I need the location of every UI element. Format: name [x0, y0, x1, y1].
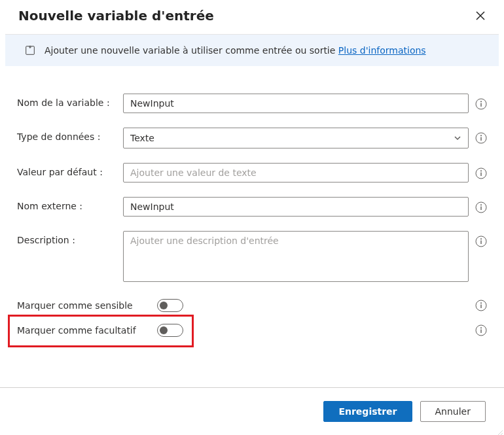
label-mark-optional: Marquer comme facultatif — [17, 325, 148, 336]
toggle-knob — [160, 326, 168, 334]
resize-handle-icon[interactable] — [496, 427, 503, 434]
info-icon-data-type[interactable] — [475, 132, 487, 144]
input-variable-dialog: Nouvelle variable d'entrée Ajouter une n… — [0, 0, 504, 435]
svg-point-20 — [480, 327, 482, 328]
dialog-title: Nouvelle variable d'entrée — [18, 8, 214, 24]
info-icon-external-name[interactable] — [475, 201, 487, 213]
svg-point-8 — [480, 170, 482, 171]
svg-rect-9 — [480, 173, 481, 177]
svg-rect-18 — [480, 305, 481, 309]
more-info-link[interactable]: Plus d'informations — [338, 45, 426, 56]
label-default-value: Valeur par défaut : — [17, 163, 123, 177]
info-icon-variable-name[interactable] — [475, 98, 487, 110]
io-variable-icon — [24, 44, 37, 57]
label-external-name: Nom externe : — [17, 197, 123, 211]
description-input[interactable] — [123, 231, 469, 282]
variable-name-input[interactable] — [123, 94, 469, 113]
data-type-select[interactable]: Texte — [123, 128, 469, 148]
label-mark-sensitive: Marquer comme sensible — [17, 300, 148, 311]
info-icon-default-value[interactable] — [475, 167, 487, 179]
label-data-type: Type de données : — [17, 128, 123, 142]
label-description: Description : — [17, 231, 123, 245]
default-value-input[interactable] — [123, 163, 469, 183]
svg-point-2 — [480, 101, 482, 102]
row-external-name: Nom externe : — [17, 197, 487, 217]
chevron-down-icon — [454, 134, 461, 142]
close-button[interactable] — [471, 7, 490, 25]
toggle-knob — [160, 302, 168, 309]
info-icon-description[interactable] — [475, 235, 487, 247]
info-message: Ajouter une nouvelle variable à utiliser… — [45, 45, 426, 56]
svg-rect-12 — [480, 207, 481, 211]
svg-rect-21 — [480, 330, 481, 334]
row-mark-sensitive: Marquer comme sensible — [17, 299, 487, 312]
row-description: Description : — [17, 231, 487, 285]
data-type-value: Texte — [130, 133, 154, 143]
row-mark-optional: Marquer comme facultatif — [17, 324, 487, 337]
row-variable-name: Nom de la variable : — [17, 94, 487, 113]
svg-point-17 — [480, 302, 482, 304]
form-body: Nom de la variable : Type de données : T… — [0, 66, 504, 355]
save-button[interactable]: Enregistrer — [323, 401, 412, 422]
row-default-value: Valeur par défaut : — [17, 163, 487, 183]
svg-rect-3 — [480, 103, 481, 107]
svg-rect-15 — [480, 241, 481, 245]
row-data-type: Type de données : Texte — [17, 128, 487, 148]
mark-optional-toggle[interactable] — [157, 324, 183, 337]
info-icon-mark-optional[interactable] — [475, 324, 487, 336]
info-bar: Ajouter une nouvelle variable à utiliser… — [5, 34, 499, 66]
mark-sensitive-toggle[interactable] — [157, 299, 183, 312]
cancel-button[interactable]: Annuler — [420, 401, 486, 422]
dialog-footer: Enregistrer Annuler — [0, 387, 504, 435]
svg-point-11 — [480, 204, 482, 205]
svg-rect-6 — [480, 137, 481, 141]
svg-point-14 — [480, 238, 482, 239]
close-icon — [476, 11, 485, 20]
external-name-input[interactable] — [123, 197, 469, 217]
info-icon-mark-sensitive[interactable] — [475, 300, 487, 311]
label-variable-name: Nom de la variable : — [17, 94, 123, 108]
svg-point-5 — [480, 135, 482, 136]
dialog-header: Nouvelle variable d'entrée — [0, 0, 504, 31]
